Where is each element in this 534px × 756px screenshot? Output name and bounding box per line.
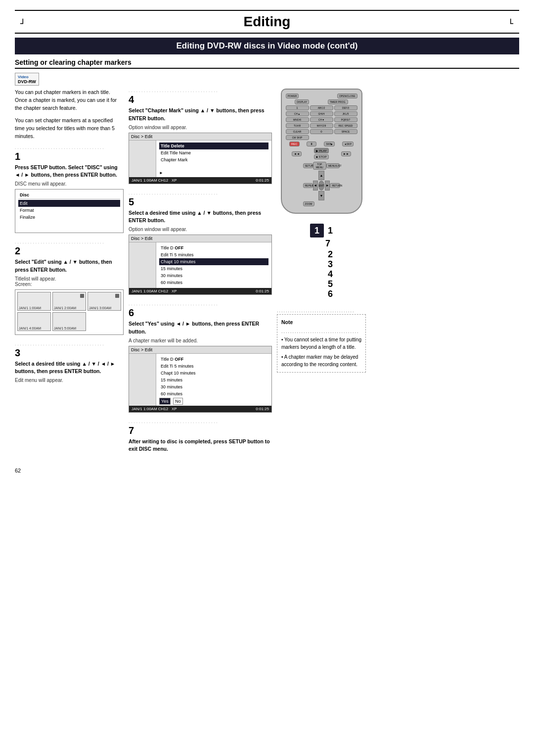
step5-row3-chap[interactable]: Chapt 10 minutes [159, 258, 268, 265]
step5-number: 5 [129, 196, 272, 208]
step5-row2: Edit Ti 5 minutes [159, 251, 268, 258]
step-6-section: ................................... 6 Se… [129, 302, 272, 413]
step3-instruction: Select a desired title using ▲ / ▼ / ◄ /… [15, 360, 124, 376]
num-1-btn[interactable]: 1 [286, 105, 309, 110]
step-badge-7: 7 [325, 238, 330, 249]
step3-dots: ................................... [15, 342, 124, 346]
step-badge-6: 6 [328, 289, 333, 298]
step3-sub: Edit menu will appear. [15, 378, 124, 383]
top-menu-btn[interactable]: TOP MENU [313, 162, 326, 170]
step6-number: 6 [129, 307, 272, 319]
title-thumb-1: JAN/1 1:00AM [17, 292, 51, 311]
num-0-btn[interactable]: 0 [310, 129, 333, 134]
title-thumb-2: JAN/1 2:00AM [52, 292, 86, 311]
section-heading: Setting or clearing chapter markers [15, 58, 519, 69]
rec-btn[interactable]: REC [289, 142, 300, 146]
return-btn[interactable]: RETURN [330, 183, 340, 188]
rev-btn[interactable]: ◄◄ [292, 151, 302, 156]
num-abc-btn[interactable]: ABC/2 [310, 105, 333, 110]
step6-dots: ................................... [129, 302, 272, 306]
space-btn[interactable]: SPACE [334, 129, 357, 134]
disc-menu-row-format[interactable]: Format [18, 207, 120, 214]
step6-yes-btn[interactable]: Yes [159, 398, 171, 405]
rec-speed-btn[interactable]: REC SPEED [334, 123, 357, 128]
step4-menu-options: Title Delete Edit Title Name Chapter Mar… [156, 141, 271, 177]
step4-screen-body: Title Delete Edit Title Name Chapter Mar… [129, 141, 271, 177]
num-jkl-btn[interactable]: JKL/5 [334, 111, 357, 116]
subtitle-bar: Editing DVD-RW discs in Video mode (cont… [15, 38, 519, 54]
nav-empty-bl [313, 191, 318, 200]
note-inner-dots: ................................... [281, 329, 361, 335]
step6-row4: 15 minutes [159, 377, 268, 383]
open-close-btn[interactable]: OPEN/CLOSE [337, 94, 357, 98]
step-3-section: ................................... 3 Se… [15, 342, 124, 383]
step1-number: 1 [15, 151, 124, 162]
num-pqrs-btn[interactable]: PQRS/7 [334, 117, 357, 122]
nav-left-btn[interactable]: ◄ [313, 181, 318, 190]
step-badge-3: 3 [328, 260, 333, 269]
stop-btn[interactable]: ■ STOP [314, 154, 329, 159]
nav-enter-btn[interactable]: ENT [318, 181, 324, 190]
step4-option-edit-title[interactable]: Edit Title Name [159, 149, 268, 156]
title-grid: JAN/1 1:00AM JAN/1 2:00AM JAN/1 3:00AM [17, 292, 121, 311]
ch-down-btn[interactable]: CH▼ [310, 117, 333, 122]
step5-row5: 30 minutes [159, 272, 268, 279]
play-btn[interactable]: ▶ PLAY [314, 148, 329, 153]
main-layout: You can put chapter markers in each titl… [15, 89, 519, 460]
step6-row3: Chapt 10 minutes [159, 370, 268, 377]
step1-sub: DISC menu will appear. [15, 181, 124, 187]
nav-up-btn[interactable]: ▲ [318, 171, 324, 180]
repeat-btn[interactable]: REPEAT [303, 183, 313, 188]
disc-menu-row-finalize[interactable]: Finalize [18, 214, 120, 221]
step6-row2: Edit Ti 5 minutes [159, 363, 268, 370]
skip-back-btn[interactable]: ◄SKP [342, 142, 354, 146]
zoom-btn[interactable]: ZOOM [303, 201, 314, 206]
timer-prog-btn[interactable]: TIMER PROG. [328, 99, 348, 104]
step-num-row-1-7: 1 1 [310, 224, 333, 237]
pause-btn[interactable]: ⏸ [307, 142, 316, 146]
step4-option-title-delete[interactable]: Title Delete [159, 142, 268, 149]
power-btn[interactable]: POWER [286, 94, 299, 98]
title-thumb-4: JAN/1 4:00AM [17, 312, 51, 331]
ch-btn[interactable]: CH▲ [286, 111, 309, 116]
step-5-section: ................................... 5 Se… [129, 191, 272, 295]
step2-sub: Titlelist will appear.Screen: [15, 276, 124, 287]
disc-menu-row-edit[interactable]: Edit [18, 200, 120, 207]
clear-btn[interactable]: CLEAR [286, 129, 309, 134]
nav-down-btn[interactable]: ▼ [318, 191, 324, 200]
title-thumb-5: JAN/1 5:00AM [52, 312, 86, 331]
display-btn[interactable]: DISPLAY [295, 99, 309, 104]
title-thumb-3: JAN/1 3:00AM [88, 292, 121, 311]
note-point-1: • You cannot select a time for putting m… [281, 336, 361, 351]
num-ghi-btn[interactable]: GHI/4 [310, 111, 333, 116]
nav-empty-tl [313, 171, 318, 180]
step4-instruction: Select "Chapter Mark" using ▲ / ▼ button… [129, 107, 272, 123]
note-area: ................................... Note… [277, 308, 366, 373]
menu-list-btn[interactable]: MENU/LIST [326, 163, 340, 168]
step4-option-chapter-mark[interactable]: Chapter Mark [159, 156, 268, 163]
step6-instruction: Select "Yes" using ◄ / ► buttons, then p… [129, 320, 272, 336]
step5-instruction: Select a desired time using ▲ / ▼ button… [129, 209, 272, 225]
step2-dots: ................................... [15, 240, 124, 244]
setup-btn[interactable]: SETUP [303, 163, 313, 168]
num-mno-btn[interactable]: MNO/6 [286, 117, 309, 122]
step-2-section: ................................... 2 Se… [15, 240, 124, 335]
num-def-btn[interactable]: DEF/3 [334, 105, 357, 110]
num-wxyz-btn[interactable]: WXYZ/9 [310, 123, 333, 128]
cm-skip-btn[interactable]: CM SKIP [286, 135, 309, 140]
step6-no-btn[interactable]: No [173, 398, 183, 405]
number-pad: 1 ABC/2 DEF/3 CH▲ GHI/4 JKL/5 MNO/6 CH▼ … [286, 105, 357, 140]
step5-row4: 15 minutes [159, 265, 268, 272]
step-1-section: ................................... 1 Pr… [15, 145, 124, 234]
nav-right-btn[interactable]: ► [325, 181, 330, 190]
num-tuv-btn[interactable]: TUV/8 [286, 123, 309, 128]
step6-options: Title D OFF Edit Ti 5 minutes Chapt 10 m… [156, 354, 271, 406]
step5-row1: Title D OFF [159, 244, 268, 251]
step1-dots: ................................... [15, 145, 124, 150]
nav-cross: ▲ ◄ ENT ► ▼ [313, 171, 330, 200]
skip-fwd-btn[interactable]: SKP▶ [324, 142, 335, 146]
step4-screen-header: Disc > Edit [129, 133, 271, 141]
page-title: Editing [15, 10, 519, 34]
step4-dots: ................................... [129, 89, 272, 93]
fwd-btn[interactable]: ►► [341, 151, 351, 156]
